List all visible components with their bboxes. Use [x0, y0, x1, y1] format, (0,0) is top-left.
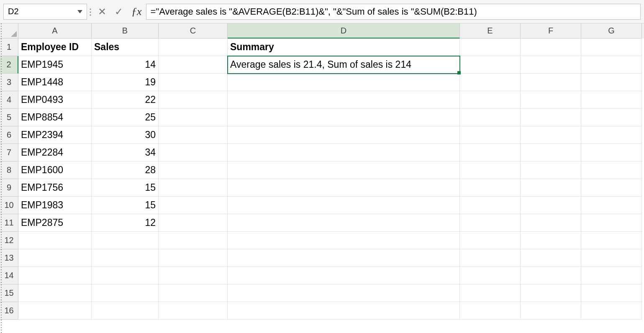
- cell-D6[interactable]: [228, 126, 460, 144]
- cell-F2[interactable]: [521, 56, 581, 74]
- row-header-12[interactable]: 12: [0, 232, 18, 249]
- cell-B3[interactable]: 19: [92, 74, 159, 91]
- cell-C14[interactable]: [159, 267, 228, 284]
- cell-D9[interactable]: [228, 179, 460, 197]
- cell-A7[interactable]: EMP2284: [18, 144, 92, 161]
- row-header-8[interactable]: 8: [0, 161, 18, 179]
- cell-E10[interactable]: [460, 197, 521, 214]
- cell-G10[interactable]: [581, 197, 642, 214]
- cell-C16[interactable]: [159, 302, 228, 320]
- cell-C6[interactable]: [159, 126, 228, 144]
- cell-G7[interactable]: [581, 144, 642, 161]
- cell-C8[interactable]: [159, 161, 228, 179]
- formula-input[interactable]: ="Average sales is "&AVERAGE(B2:B11)&", …: [146, 4, 641, 20]
- cell-F10[interactable]: [521, 197, 581, 214]
- cell-B6[interactable]: 30: [92, 126, 159, 144]
- cell-A10[interactable]: EMP1983: [18, 197, 92, 214]
- cell-B9[interactable]: 15: [92, 179, 159, 197]
- cell-G11[interactable]: [581, 214, 642, 232]
- cell-G15[interactable]: [581, 284, 642, 302]
- cell-E16[interactable]: [460, 302, 521, 320]
- fx-icon[interactable]: ƒx: [127, 5, 146, 18]
- cell-F9[interactable]: [521, 179, 581, 197]
- cell-C13[interactable]: [159, 249, 228, 267]
- cell-C3[interactable]: [159, 74, 228, 91]
- cell-F12[interactable]: [521, 232, 581, 249]
- cell-F3[interactable]: [521, 74, 581, 91]
- cell-E3[interactable]: [460, 74, 521, 91]
- cell-D10[interactable]: [228, 197, 460, 214]
- cell-C2[interactable]: [159, 56, 228, 74]
- row-header-1[interactable]: 1: [0, 38, 18, 56]
- cell-E12[interactable]: [460, 232, 521, 249]
- cell-C7[interactable]: [159, 144, 228, 161]
- cell-A15[interactable]: [18, 284, 92, 302]
- column-header-A[interactable]: A: [18, 23, 92, 38]
- cell-E7[interactable]: [460, 144, 521, 161]
- row-header-14[interactable]: 14: [0, 267, 18, 284]
- column-header-E[interactable]: E: [460, 23, 521, 38]
- row-header-13[interactable]: 13: [0, 249, 18, 267]
- cell-G5[interactable]: [581, 109, 642, 126]
- cell-G6[interactable]: [581, 126, 642, 144]
- cell-B11[interactable]: 12: [92, 214, 159, 232]
- enter-icon[interactable]: ✓: [110, 4, 127, 20]
- cell-A6[interactable]: EMP2394: [18, 126, 92, 144]
- cell-A1[interactable]: Employee ID: [18, 38, 92, 56]
- cell-G1[interactable]: [581, 38, 642, 56]
- cell-E15[interactable]: [460, 284, 521, 302]
- cell-B8[interactable]: 28: [92, 161, 159, 179]
- cell-D16[interactable]: [228, 302, 460, 320]
- row-header-5[interactable]: 5: [0, 109, 18, 126]
- cell-E11[interactable]: [460, 214, 521, 232]
- cell-F16[interactable]: [521, 302, 581, 320]
- cell-A9[interactable]: EMP1756: [18, 179, 92, 197]
- name-box[interactable]: D2: [3, 4, 87, 20]
- cell-B4[interactable]: 22: [92, 91, 159, 109]
- cell-A16[interactable]: [18, 302, 92, 320]
- cell-C15[interactable]: [159, 284, 228, 302]
- cell-B2[interactable]: 14: [92, 56, 159, 74]
- row-header-11[interactable]: 11: [0, 214, 18, 232]
- cell-E9[interactable]: [460, 179, 521, 197]
- cell-F5[interactable]: [521, 109, 581, 126]
- row-header-16[interactable]: 16: [0, 302, 18, 320]
- row-header-10[interactable]: 10: [0, 197, 18, 214]
- column-header-C[interactable]: C: [159, 23, 228, 38]
- cell-D7[interactable]: [228, 144, 460, 161]
- cell-G2[interactable]: [581, 56, 642, 74]
- cell-B15[interactable]: [92, 284, 159, 302]
- cell-A4[interactable]: EMP0493: [18, 91, 92, 109]
- cell-F1[interactable]: [521, 38, 581, 56]
- cell-D1[interactable]: Summary: [228, 38, 460, 56]
- cell-E14[interactable]: [460, 267, 521, 284]
- cell-D13[interactable]: [228, 249, 460, 267]
- cell-F4[interactable]: [521, 91, 581, 109]
- cell-E4[interactable]: [460, 91, 521, 109]
- cell-D2[interactable]: Average sales is 21.4, Sum of sales is 2…: [228, 56, 460, 74]
- cell-E6[interactable]: [460, 126, 521, 144]
- cell-E5[interactable]: [460, 109, 521, 126]
- cell-A2[interactable]: EMP1945: [18, 56, 92, 74]
- cell-F8[interactable]: [521, 161, 581, 179]
- cell-E13[interactable]: [460, 249, 521, 267]
- cell-G14[interactable]: [581, 267, 642, 284]
- cell-B7[interactable]: 34: [92, 144, 159, 161]
- cell-C10[interactable]: [159, 197, 228, 214]
- cell-F14[interactable]: [521, 267, 581, 284]
- cell-G3[interactable]: [581, 74, 642, 91]
- cell-F15[interactable]: [521, 284, 581, 302]
- cell-C4[interactable]: [159, 91, 228, 109]
- cell-C5[interactable]: [159, 109, 228, 126]
- cell-B16[interactable]: [92, 302, 159, 320]
- row-header-4[interactable]: 4: [0, 91, 18, 109]
- cell-G8[interactable]: [581, 161, 642, 179]
- cell-B12[interactable]: [92, 232, 159, 249]
- cell-A5[interactable]: EMP8854: [18, 109, 92, 126]
- row-header-3[interactable]: 3: [0, 74, 18, 91]
- column-header-F[interactable]: F: [521, 23, 581, 38]
- column-header-G[interactable]: G: [581, 23, 642, 38]
- name-box-dropdown-icon[interactable]: [77, 10, 82, 13]
- cell-D3[interactable]: [228, 74, 460, 91]
- cell-G4[interactable]: [581, 91, 642, 109]
